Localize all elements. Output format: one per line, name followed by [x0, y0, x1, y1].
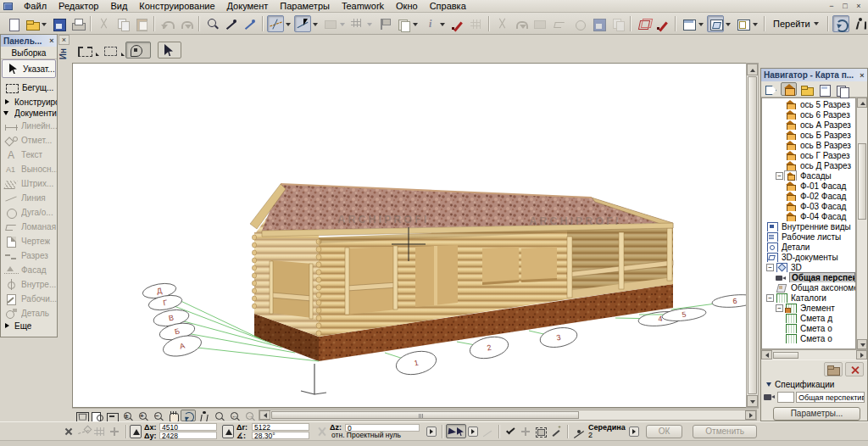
tree-scroll-up[interactable] — [857, 98, 867, 108]
gravity-icon[interactable] — [315, 425, 329, 438]
grid-snap-dropdown[interactable] — [366, 15, 374, 32]
edit-in-3d-button[interactable] — [635, 15, 652, 32]
paste-button[interactable] — [132, 15, 149, 32]
toolbox-item[interactable]: Конструиро — [1, 97, 57, 108]
scroll-up-arrow[interactable] — [747, 64, 758, 75]
explore-button[interactable] — [851, 15, 868, 32]
navigator-close-button[interactable]: × — [857, 71, 867, 80]
magic-wand-icon[interactable] — [549, 425, 563, 438]
multiply-button[interactable] — [609, 15, 626, 32]
toolbox-item[interactable]: Бегущ... — [2, 78, 56, 97]
layers-button[interactable] — [394, 15, 411, 32]
viewport-hscrollbar[interactable] — [259, 410, 757, 421]
menu-item[interactable]: Teamwork — [336, 0, 390, 12]
layers-dropdown[interactable] — [412, 15, 420, 32]
toolbox-item[interactable]: Линейн... — [1, 119, 57, 133]
tree-vscrollbar[interactable] — [856, 98, 867, 349]
guidelines-toggle[interactable] — [267, 15, 284, 32]
layout-window-button[interactable] — [734, 15, 751, 32]
element-info-dropdown[interactable] — [439, 15, 447, 32]
tracker-xy-toggle[interactable] — [130, 425, 142, 438]
snap-grid-icon[interactable] — [92, 425, 106, 438]
view-id-field[interactable] — [777, 392, 794, 403]
toolbox-item[interactable]: Деталь — [1, 306, 57, 321]
fillet-button[interactable] — [552, 18, 566, 30]
tree-scroll-right[interactable] — [856, 350, 867, 360]
hscroll-thumb[interactable] — [271, 411, 579, 419]
new-document-button[interactable] — [4, 15, 21, 32]
plan-window-button[interactable] — [680, 15, 697, 32]
pickup-parameters-button[interactable] — [222, 15, 239, 32]
toolbox-item[interactable]: Дуга/о... — [1, 205, 57, 220]
tree-item[interactable]: Ф-01 Фасад — [762, 181, 855, 191]
cancel-operation-icon[interactable] — [62, 425, 75, 438]
window-3d-button[interactable] — [707, 15, 724, 32]
tree-scroll-down[interactable] — [857, 339, 867, 349]
copy-button[interactable] — [114, 15, 131, 32]
plan-window-dropdown[interactable] — [698, 15, 705, 32]
refresh-view-button[interactable] — [104, 410, 120, 421]
tree-item[interactable]: Ф-03 Фасад — [762, 201, 855, 211]
previous-zoom-button[interactable]: ← — [226, 410, 242, 421]
navigator-titlebar[interactable]: Навигатор - Карта п... × — [761, 69, 867, 81]
guidelines-dropdown[interactable] — [285, 15, 292, 32]
tree-hscroll-thumb[interactable] — [773, 352, 798, 359]
toolbox-item[interactable]: Разрез — [1, 248, 57, 263]
viewport-vscrollbar[interactable] — [746, 63, 759, 408]
tree-item[interactable]: Рабочие листы — [762, 231, 855, 242]
scroll-down-arrow[interactable] — [747, 395, 758, 407]
toolbox-item[interactable]: Документир — [1, 108, 57, 119]
tracker-polar-toggle[interactable] — [222, 425, 234, 438]
close-button[interactable]: × — [854, 2, 864, 11]
toolbox-item[interactable]: Линия — [1, 191, 57, 205]
zoom-window-button[interactable] — [89, 410, 104, 421]
zoom-in-button[interactable]: + — [135, 410, 150, 421]
scroll-right-arrow[interactable] — [745, 410, 756, 420]
toolbox-item[interactable]: Фасад — [1, 263, 57, 277]
arc-edit-button[interactable] — [572, 18, 587, 30]
adjust-button[interactable] — [531, 15, 548, 32]
cut-button[interactable] — [95, 15, 112, 32]
tree-item[interactable]: Детали — [762, 242, 855, 252]
toolbox-close-button[interactable]: × — [47, 36, 57, 45]
tree-item[interactable]: Смета о — [762, 323, 855, 333]
tree-item[interactable]: ось А Разрез — [762, 120, 855, 130]
tree-hscrollbar[interactable] — [761, 349, 867, 360]
toolbox-item[interactable]: Ломаная — [1, 220, 57, 234]
marquee-thick-button[interactable] — [75, 42, 95, 59]
tree-item[interactable]: ось 6 Разрез — [762, 109, 855, 120]
infobox-tab-label[interactable]: Ин — [58, 48, 70, 59]
tree-item[interactable]: − Фасады — [762, 170, 855, 181]
infobox-close-button[interactable]: × — [58, 35, 70, 45]
orbit-button[interactable] — [832, 15, 849, 32]
print-button[interactable] — [69, 15, 86, 32]
new-folder-button[interactable] — [824, 362, 843, 376]
tree-vscroll-thumb[interactable] — [858, 143, 866, 220]
menu-item[interactable]: Конструирование — [133, 0, 220, 12]
angle-value[interactable]: 28.30° — [252, 432, 309, 439]
tree-expander[interactable]: − — [776, 172, 783, 180]
layout-window-dropdown[interactable] — [752, 15, 760, 32]
tree-scroll-left[interactable] — [761, 350, 772, 360]
orbit-view-button[interactable] — [181, 410, 196, 421]
walk-view-button[interactable] — [196, 410, 211, 421]
dx-value[interactable]: 4510 — [159, 423, 217, 431]
structure-display-button[interactable] — [321, 15, 338, 32]
element-info-button[interactable] — [421, 15, 438, 32]
snap-cursor-flyout[interactable] — [468, 426, 478, 437]
freehand-rotate-button[interactable] — [654, 15, 670, 32]
tree-expander[interactable]: − — [766, 294, 774, 302]
toolbox-item[interactable]: Еще — [1, 321, 57, 332]
add-point-icon[interactable] — [519, 425, 532, 438]
menu-item[interactable]: Окно — [390, 0, 424, 12]
delete-item-button[interactable] — [845, 362, 864, 376]
pan-button[interactable] — [165, 410, 181, 421]
tree-item[interactable]: Смета о — [762, 333, 855, 343]
reference-level-flyout[interactable] — [426, 426, 437, 437]
restore-button[interactable]: □ — [840, 2, 850, 11]
favorites-button[interactable] — [376, 15, 392, 32]
projection-settings-button[interactable] — [74, 410, 89, 421]
menu-item[interactable]: Справка — [424, 0, 472, 12]
menu-item[interactable]: Файл — [18, 0, 53, 12]
toolbox-item[interactable]: Чертеж — [1, 234, 57, 248]
